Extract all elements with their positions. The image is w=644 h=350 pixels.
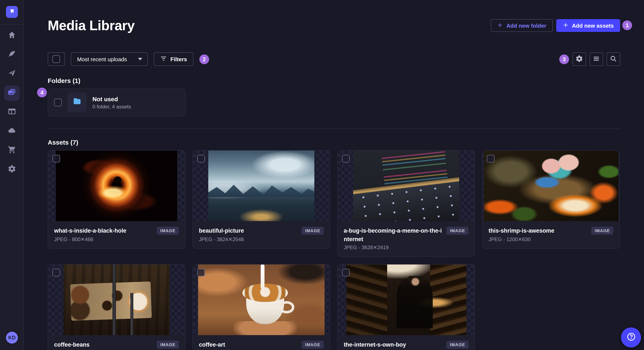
page-title: Media Library [48, 18, 134, 34]
asset-name: coffee-art [199, 341, 244, 349]
sidebar-item-marketplace[interactable] [4, 143, 20, 158]
annotation-badge-4: 4 [37, 88, 47, 97]
mountain-ridge-decor [208, 181, 314, 197]
media-library-app: KD Media Library Add new folder Add new … [0, 0, 644, 350]
asset-card[interactable]: coffee-beans JPEG - 5021✕3347 IMAGE [48, 264, 185, 350]
add-new-assets-button[interactable]: Add new assets [556, 19, 620, 32]
chevron-down-icon [138, 58, 142, 60]
asset-checkbox[interactable] [52, 155, 60, 163]
view-settings-button[interactable] [572, 52, 586, 66]
asset-checkbox[interactable] [487, 155, 494, 163]
cloud-icon [8, 126, 16, 137]
asset-meta: JPEG - 800✕466 [54, 236, 126, 242]
home-icon [8, 31, 16, 41]
asset-image-code-laptop [353, 151, 459, 221]
asset-image-library-boy [346, 265, 466, 335]
latte-art-decor [242, 284, 288, 302]
strapi-logo-icon [8, 8, 15, 16]
paper-plane-icon [8, 69, 16, 79]
select-all-button[interactable] [48, 52, 65, 66]
toolbar-right: 3 [559, 52, 620, 66]
asset-checkbox[interactable] [342, 269, 350, 276]
sidebar-item-content-type-builder[interactable] [4, 105, 20, 120]
asset-thumbnail [338, 265, 474, 335]
user-avatar[interactable]: KD [6, 332, 18, 344]
toolbar: Most recent uploads Filters 2 3 [48, 52, 620, 66]
asset-checkbox[interactable] [342, 155, 350, 163]
asset-meta: JPEG - 3628✕2419 [344, 245, 443, 250]
folder-meta: 0 folder, 4 assets [92, 104, 131, 110]
list-view-button[interactable] [590, 52, 603, 66]
spoon-decor [130, 293, 134, 335]
assets-heading: Assets (7) [48, 139, 620, 146]
asset-meta: JPEG - 1200✕630 [488, 236, 554, 242]
sidebar-item-media-library[interactable] [4, 85, 20, 101]
assets-grid: what-s-inside-a-black-hole JPEG - 800✕46… [48, 150, 620, 350]
asset-type-badge: IMAGE [302, 341, 324, 349]
asset-caption: beautiful-picture JPEG - 3824✕2548 IMAGE [193, 221, 330, 248]
asset-checkbox[interactable] [197, 155, 205, 163]
gear-icon [8, 165, 16, 175]
select-all-checkbox[interactable] [52, 55, 60, 63]
asset-thumbnail [193, 265, 330, 335]
sort-dropdown[interactable]: Most recent uploads [71, 52, 148, 66]
main-area: Media Library Add new folder Add new ass… [24, 0, 644, 350]
asset-type-badge: IMAGE [302, 227, 324, 235]
asset-card[interactable]: the-internet-s-own-boy JPEG - 1200✕707 I… [337, 264, 475, 350]
cart-icon [8, 146, 16, 156]
sidebar-item-settings[interactable] [4, 162, 20, 177]
asset-card[interactable]: what-s-inside-a-black-hole JPEG - 800✕46… [48, 150, 185, 249]
asset-card[interactable]: coffee-art JPEG - 5824✕3259 IMAGE [192, 264, 330, 350]
folder-tile [67, 93, 87, 112]
folder-checkbox[interactable] [54, 99, 62, 106]
search-button[interactable] [606, 52, 620, 66]
asset-caption: what-s-inside-a-black-hole JPEG - 800✕46… [48, 221, 185, 248]
asset-type-badge: IMAGE [591, 227, 613, 235]
app-logo[interactable] [6, 6, 18, 18]
add-new-folder-button[interactable]: Add new folder [491, 19, 553, 32]
asset-name: the-internet-s-own-boy [344, 341, 406, 349]
layout-icon [8, 107, 16, 117]
asset-type-badge: IMAGE [446, 341, 468, 349]
asset-name: a-bug-is-becoming-a-meme-on-the-internet [344, 227, 443, 243]
filters-label: Filters [170, 56, 187, 62]
feather-icon [8, 50, 16, 60]
asset-name: what-s-inside-a-black-hole [54, 227, 126, 235]
folders-heading: Folders (1) [48, 77, 620, 84]
folder-info: Not used 0 folder, 4 assets [92, 95, 131, 110]
asset-checkbox[interactable] [52, 269, 60, 276]
asset-image-shrimp [484, 151, 618, 221]
asset-name: coffee-beans [54, 341, 99, 349]
question-help-icon [626, 332, 636, 343]
filters-button[interactable]: Filters [154, 52, 193, 66]
asset-image-coffee-art [198, 265, 324, 335]
sidebar-item-releases[interactable] [4, 66, 20, 82]
asset-card[interactable]: this-shrimp-is-awesome JPEG - 1200✕630 I… [482, 150, 620, 249]
asset-caption: coffee-art JPEG - 5824✕3259 IMAGE [193, 335, 330, 350]
sidebar-item-content[interactable] [4, 47, 20, 62]
plus-icon [497, 22, 503, 29]
asset-name: this-shrimp-is-awesome [488, 227, 554, 235]
milk-stream-decor [261, 265, 264, 289]
annotation-badge-3: 3 [559, 54, 569, 64]
folder-name: Not used [92, 95, 131, 102]
asset-card[interactable]: a-bug-is-becoming-a-meme-on-the-internet… [337, 150, 475, 257]
list-icon [592, 55, 600, 64]
asset-caption: this-shrimp-is-awesome JPEG - 1200✕630 I… [482, 221, 619, 248]
add-new-folder-label: Add new folder [506, 22, 546, 29]
plus-icon [562, 22, 568, 29]
folder-card[interactable]: Not used 0 folder, 4 assets [48, 88, 186, 117]
sidebar-item-cloud[interactable] [4, 124, 20, 139]
help-button[interactable] [621, 328, 641, 348]
asset-thumbnail [193, 151, 330, 221]
sidebar: KD [0, 0, 24, 350]
media-library-icon [8, 88, 16, 98]
asset-checkbox[interactable] [197, 269, 205, 276]
wood-board-decor [70, 282, 152, 321]
asset-type-badge: IMAGE [446, 227, 468, 235]
asset-card[interactable]: beautiful-picture JPEG - 3824✕2548 IMAGE [192, 150, 330, 249]
gear-icon [576, 55, 583, 64]
toolbar-left: Most recent uploads Filters 2 [48, 52, 209, 66]
asset-image-black-hole [56, 151, 177, 221]
sidebar-item-home[interactable] [4, 28, 20, 43]
